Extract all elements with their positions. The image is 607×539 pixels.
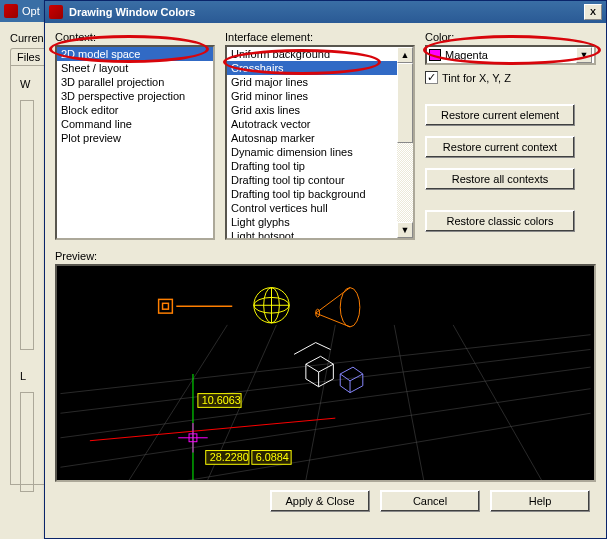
dialog-title: Drawing Window Colors [69,6,195,18]
dropdown-button[interactable]: ▼ [576,47,592,63]
interface-item[interactable]: Uniform background [227,47,413,61]
svg-line-4 [60,413,590,480]
preview-pane: 10.6063 28.2280 6.0884 [55,264,596,482]
context-item-3d-perspective[interactable]: 3D perspective projection [57,89,213,103]
app-icon [49,5,63,19]
context-label: Context: [55,31,215,43]
preview-label: Preview: [55,250,596,262]
interface-item[interactable]: Grid minor lines [227,89,413,103]
interface-item[interactable]: Control vertices hull [227,201,413,215]
scroll-track[interactable] [397,63,413,222]
color-dropdown[interactable]: Magenta ▼ [425,45,596,65]
svg-line-27 [294,343,316,355]
svg-line-23 [90,418,335,441]
help-button[interactable]: Help [490,490,590,512]
interface-item[interactable]: Light hotspot [227,229,413,240]
dialog-titlebar[interactable]: Drawing Window Colors X [45,1,606,23]
interface-item[interactable]: Autosnap marker [227,131,413,145]
chevron-down-icon: ▼ [401,226,410,235]
preview-svg: 10.6063 28.2280 6.0884 [57,266,594,480]
svg-line-19 [316,288,350,314]
interface-label: Interface element: [225,31,415,43]
svg-line-28 [316,343,331,350]
interface-item[interactable]: Grid axis lines [227,103,413,117]
context-item-3d-parallel[interactable]: 3D parallel projection [57,75,213,89]
context-item-command-line[interactable]: Command line [57,117,213,131]
restore-classic-button[interactable]: Restore classic colors [425,210,575,232]
options-group [20,392,34,492]
svg-line-3 [60,389,590,468]
tint-checkbox[interactable]: ✓ [425,71,438,84]
svg-rect-11 [163,303,169,309]
app-icon [4,4,18,18]
interface-item[interactable]: Light glyphs [227,215,413,229]
interface-scrollbar[interactable]: ▲ ▼ [397,47,413,238]
interface-listbox[interactable]: Uniform background Crosshairs Grid major… [225,45,415,240]
close-icon: X [590,8,596,17]
context-listbox[interactable]: 2D model space Sheet / layout 3D paralle… [55,45,215,240]
color-swatch-icon [429,49,441,61]
close-button[interactable]: X [584,4,602,20]
options-title: Opt [22,5,40,17]
options-group [20,100,34,350]
check-icon: ✓ [427,71,436,84]
restore-context-button[interactable]: Restore current context [425,136,575,158]
color-value: Magenta [445,49,576,61]
interface-item[interactable]: Drafting tool tip [227,159,413,173]
tint-label: Tint for X, Y, Z [442,72,511,84]
svg-line-9 [453,325,541,480]
context-item-block-editor[interactable]: Block editor [57,103,213,117]
svg-line-20 [316,313,350,327]
svg-text:6.0884: 6.0884 [256,451,289,463]
chevron-down-icon: ▼ [580,51,589,60]
color-label: Color: [425,31,596,43]
scroll-thumb[interactable] [397,63,413,143]
svg-line-0 [60,335,590,394]
interface-item[interactable]: Drafting tool tip contour [227,173,413,187]
restore-element-button[interactable]: Restore current element [425,104,575,126]
svg-text:28.2280: 28.2280 [210,451,249,463]
tab-files[interactable]: Files [10,48,47,65]
interface-item[interactable]: Autotrack vector [227,117,413,131]
interface-item[interactable]: Dynamic dimension lines [227,145,413,159]
svg-line-8 [394,325,423,480]
chevron-up-icon: ▲ [401,51,410,60]
context-item-plot-preview[interactable]: Plot preview [57,131,213,145]
svg-rect-10 [159,299,173,313]
scroll-down-button[interactable]: ▼ [397,222,413,238]
svg-text:10.6063: 10.6063 [202,394,241,406]
cancel-button[interactable]: Cancel [380,490,480,512]
scroll-up-button[interactable]: ▲ [397,47,413,63]
context-item-2d-model-space[interactable]: 2D model space [57,47,213,61]
restore-all-button[interactable]: Restore all contexts [425,168,575,190]
drawing-window-colors-dialog: Drawing Window Colors X Context: 2D mode… [44,0,607,539]
svg-point-18 [340,288,360,327]
apply-close-button[interactable]: Apply & Close [270,490,370,512]
context-item-sheet-layout[interactable]: Sheet / layout [57,61,213,75]
interface-item[interactable]: Grid major lines [227,75,413,89]
interface-item-crosshairs[interactable]: Crosshairs [227,61,413,75]
interface-item[interactable]: Drafting tool tip background [227,187,413,201]
